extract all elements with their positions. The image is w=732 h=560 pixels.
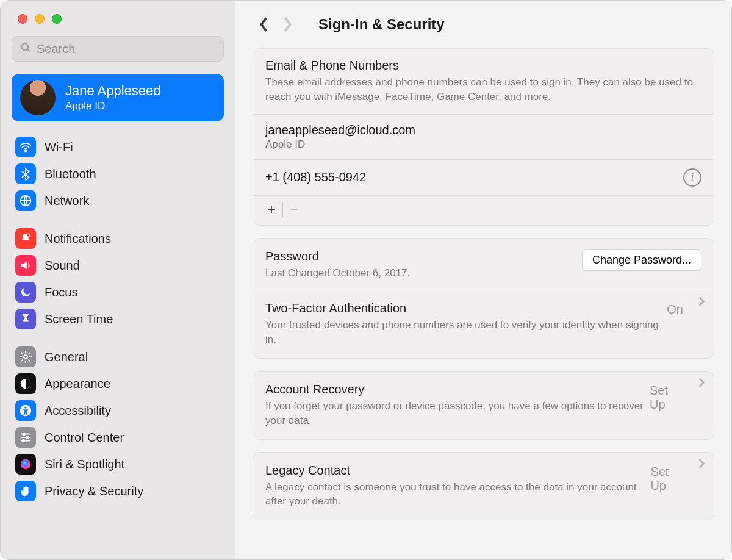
- change-password-button[interactable]: Change Password...: [582, 249, 702, 271]
- sidebar-item-appleid[interactable]: Jane Appleseed Apple ID: [12, 74, 224, 121]
- sidebar-item-wi-fi[interactable]: Wi-Fi: [12, 134, 224, 160]
- sidebar-item-label: Sound: [45, 259, 80, 273]
- svg-point-5: [24, 355, 27, 359]
- chevron-right-icon: [698, 378, 705, 390]
- maximize-window-button[interactable]: [52, 14, 62, 24]
- email-sub: Apple ID: [265, 138, 415, 151]
- email-value: janeappleseed@icloud.com: [265, 123, 415, 137]
- sidebar-item-general[interactable]: General: [12, 343, 224, 370]
- moon-icon: [15, 282, 36, 303]
- sidebar-item-control-center[interactable]: Control Center: [12, 424, 224, 451]
- account-sub: Apple ID: [65, 100, 161, 112]
- sidebar-item-label: Notifications: [45, 232, 111, 246]
- hand-icon: [15, 481, 36, 501]
- sidebar-item-privacy-security[interactable]: Privacy & Security: [12, 478, 224, 504]
- add-button[interactable]: +: [260, 199, 282, 219]
- sidebar-item-label: General: [45, 350, 88, 364]
- window-controls: [12, 1, 224, 36]
- password-title: Password: [265, 249, 410, 264]
- twofa-row[interactable]: Two-Factor Authentication Your trusted d…: [253, 290, 714, 358]
- legacy-contact-status: Set Up: [650, 465, 683, 493]
- sidebar-item-notifications[interactable]: Notifications: [12, 225, 224, 252]
- remove-button: −: [283, 199, 305, 219]
- account-recovery-card: Account Recovery If you forget your pass…: [253, 371, 714, 440]
- search-icon: [20, 41, 37, 56]
- sidebar-item-label: Accessibility: [45, 404, 111, 418]
- password-card: Password Last Changed October 6, 2017. C…: [253, 238, 714, 359]
- sidebar: Jane Appleseed Apple ID Wi-FiBluetoothNe…: [1, 1, 235, 559]
- email-phone-title: Email & Phone Numbers: [265, 59, 702, 73]
- sidebar-item-label: Bluetooth: [45, 167, 96, 181]
- phone-value: +1 (408) 555-0942: [265, 170, 366, 184]
- sidebar-item-screen-time[interactable]: Screen Time: [12, 306, 224, 332]
- close-window-button[interactable]: [18, 14, 27, 24]
- sliders-icon: [15, 427, 36, 448]
- sidebar-item-label: Wi-Fi: [45, 140, 73, 154]
- account-recovery-status: Set Up: [650, 384, 683, 412]
- legacy-contact-row[interactable]: Legacy Contact A legacy contact is someo…: [253, 453, 714, 520]
- svg-line-1: [27, 49, 30, 52]
- sidebar-item-label: Control Center: [45, 431, 124, 445]
- page-title: Sign-In & Security: [318, 16, 445, 33]
- siri-icon: [15, 454, 36, 475]
- sidebar-item-label: Siri & Spotlight: [45, 458, 124, 472]
- sidebar-item-label: Privacy & Security: [45, 484, 143, 498]
- svg-point-14: [23, 440, 25, 442]
- wifi-icon: [15, 137, 36, 157]
- twofa-status: On: [667, 303, 683, 317]
- add-remove-bar: + −: [253, 196, 714, 225]
- legacy-contact-title: Legacy Contact: [265, 464, 650, 478]
- minimize-window-button[interactable]: [35, 14, 45, 24]
- account-recovery-row[interactable]: Account Recovery If you forget your pass…: [253, 372, 714, 439]
- svg-point-10: [23, 433, 25, 436]
- sidebar-item-label: Focus: [45, 285, 77, 300]
- twofa-desc: Your trusted devices and phone numbers a…: [265, 318, 667, 347]
- hourglass-icon: [15, 309, 36, 329]
- bluetooth-icon: [15, 163, 36, 184]
- account-recovery-title: Account Recovery: [265, 382, 650, 397]
- sidebar-item-focus[interactable]: Focus: [12, 279, 224, 306]
- email-row[interactable]: janeappleseed@icloud.com Apple ID: [253, 115, 714, 159]
- legacy-contact-card: Legacy Contact A legacy contact is someo…: [253, 452, 714, 521]
- search-input[interactable]: [37, 42, 216, 56]
- bell-icon: [15, 228, 36, 249]
- sidebar-item-accessibility[interactable]: Accessibility: [12, 397, 224, 424]
- sidebar-item-label: Appearance: [45, 377, 110, 391]
- password-desc: Last Changed October 6, 2017.: [265, 266, 410, 281]
- account-recovery-desc: If you forget your password or device pa…: [265, 399, 650, 428]
- legacy-contact-desc: A legacy contact is someone you trust to…: [265, 480, 650, 509]
- svg-point-8: [24, 407, 26, 409]
- sidebar-item-network[interactable]: Network: [12, 187, 224, 214]
- twofa-title: Two-Factor Authentication: [265, 301, 667, 315]
- gear-icon: [15, 346, 36, 367]
- svg-point-2: [25, 150, 26, 151]
- phone-row[interactable]: +1 (408) 555-0942 i: [253, 160, 714, 195]
- forward-button: [276, 12, 300, 37]
- email-phone-desc: These email addresses and phone numbers …: [265, 75, 702, 104]
- access-icon: [15, 400, 36, 421]
- content: Email & Phone Numbers These email addres…: [235, 48, 731, 559]
- svg-point-12: [26, 436, 29, 439]
- sidebar-item-label: Network: [45, 194, 89, 208]
- back-button[interactable]: [251, 12, 276, 37]
- toolbar: Sign-In & Security: [235, 1, 731, 48]
- sidebar-item-bluetooth[interactable]: Bluetooth: [12, 160, 224, 187]
- search-field[interactable]: [12, 36, 224, 62]
- sidebar-item-label: Screen Time: [45, 312, 113, 326]
- globe-icon: [15, 190, 36, 211]
- sidebar-item-appearance[interactable]: Appearance: [12, 370, 224, 397]
- chevron-right-icon: [698, 296, 705, 309]
- svg-point-0: [21, 43, 28, 50]
- chevron-right-icon: [698, 459, 705, 471]
- main: Sign-In & Security Email & Phone Numbers…: [235, 1, 731, 559]
- sidebar-item-siri-spotlight[interactable]: Siri & Spotlight: [12, 451, 224, 478]
- email-phone-card: Email & Phone Numbers These email addres…: [253, 48, 714, 226]
- account-name: Jane Appleseed: [65, 83, 161, 99]
- sidebar-item-sound[interactable]: Sound: [12, 252, 224, 279]
- speaker-icon: [15, 255, 36, 276]
- info-icon[interactable]: i: [683, 168, 702, 187]
- appearance-icon: [15, 373, 36, 394]
- avatar: [20, 80, 56, 115]
- svg-point-15: [21, 459, 31, 470]
- svg-point-4: [27, 234, 30, 237]
